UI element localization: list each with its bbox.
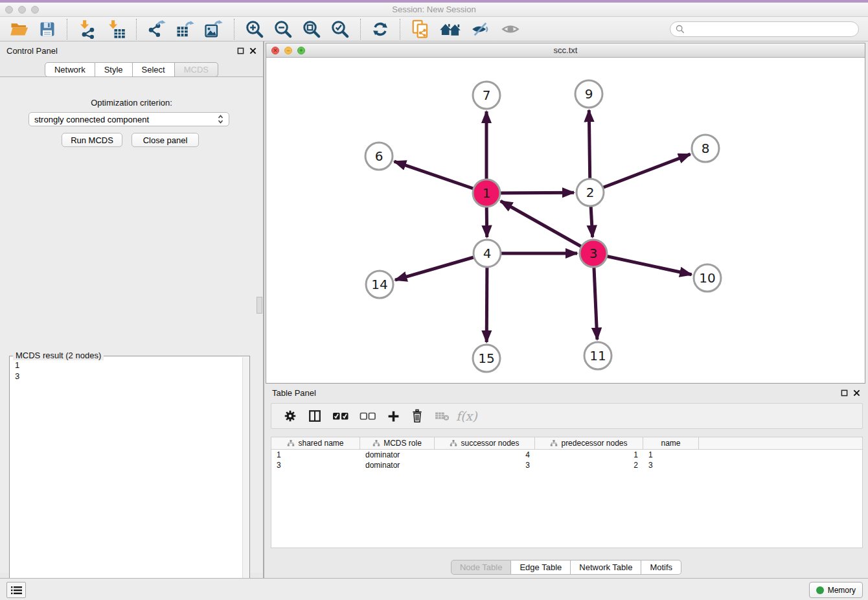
cell-name[interactable]: 3 bbox=[643, 460, 699, 470]
export-image-button[interactable] bbox=[203, 18, 225, 40]
clone-network-button[interactable] bbox=[409, 18, 431, 40]
float-panel-icon[interactable] bbox=[237, 47, 244, 54]
show-hidden-button[interactable] bbox=[499, 19, 522, 40]
close-panel-icon[interactable] bbox=[249, 47, 257, 54]
close-panel-button[interactable]: Close panel bbox=[131, 133, 199, 147]
cell-successor-nodes[interactable]: 3 bbox=[435, 460, 535, 470]
graph-node-14[interactable]: 14 bbox=[366, 271, 393, 298]
graph-node-1[interactable]: 1 bbox=[473, 179, 500, 207]
tab-motifs[interactable]: Motifs bbox=[641, 560, 681, 575]
delete-column-button[interactable] bbox=[411, 409, 424, 423]
graph-node-8[interactable]: 8 bbox=[692, 135, 719, 162]
open-session-button[interactable] bbox=[8, 18, 30, 40]
svg-text:6: 6 bbox=[375, 148, 383, 164]
graph-edge-3-10[interactable] bbox=[593, 253, 692, 275]
function-builder-button[interactable]: f(x) bbox=[456, 409, 477, 423]
zoom-selected-button[interactable] bbox=[329, 18, 351, 40]
export-table-button[interactable] bbox=[174, 18, 196, 40]
tab-node-table[interactable]: Node Table bbox=[451, 560, 512, 575]
svg-text:10: 10 bbox=[699, 270, 715, 286]
zoom-out-button[interactable] bbox=[272, 18, 294, 40]
table-row[interactable]: 1 dominator 4 1 1 bbox=[271, 450, 862, 460]
graph-edge-1-6[interactable] bbox=[394, 161, 486, 193]
graph-node-6[interactable]: 6 bbox=[365, 143, 393, 170]
network-graph[interactable]: 1234678910111415 bbox=[266, 58, 865, 383]
cell-predecessor-nodes[interactable]: 2 bbox=[535, 460, 643, 470]
memory-label: Memory bbox=[828, 586, 856, 595]
close-panel-icon[interactable] bbox=[853, 389, 860, 397]
plus-icon bbox=[387, 410, 400, 423]
graph-node-10[interactable]: 10 bbox=[694, 264, 721, 292]
control-panel: Control Panel Network Style Select MCDS … bbox=[0, 41, 263, 578]
import-network-button[interactable] bbox=[76, 18, 98, 40]
column-header-shared-name[interactable]: shared name bbox=[271, 437, 360, 449]
cell-mcds-role[interactable]: dominator bbox=[360, 460, 435, 470]
optimization-criterion-select[interactable]: strongly connected component bbox=[29, 112, 229, 126]
houses-button[interactable] bbox=[438, 18, 463, 40]
tab-network-table[interactable]: Network Table bbox=[571, 560, 641, 575]
column-header-name[interactable]: name bbox=[643, 437, 699, 449]
cell-shared-name[interactable]: 1 bbox=[271, 450, 360, 460]
column-header-mcds-role[interactable]: MCDS role bbox=[360, 437, 435, 449]
mcds-result-text[interactable]: 1 3 bbox=[15, 360, 19, 382]
export-network-button[interactable] bbox=[146, 18, 168, 40]
memory-button[interactable]: Memory bbox=[809, 582, 863, 598]
cell-shared-name[interactable]: 3 bbox=[271, 460, 360, 470]
graph-node-15[interactable]: 15 bbox=[473, 345, 500, 372]
column-header-successor-nodes[interactable]: successor nodes bbox=[435, 437, 535, 449]
run-mcds-button[interactable]: Run MCDS bbox=[62, 133, 122, 147]
network-window-titlebar[interactable]: ✕ − + scc.txt bbox=[266, 43, 865, 58]
graph-node-3[interactable]: 3 bbox=[580, 240, 607, 267]
column-type-icon bbox=[450, 439, 457, 447]
cell-predecessor-nodes[interactable]: 1 bbox=[535, 450, 643, 460]
hide-show-button[interactable] bbox=[469, 19, 492, 40]
network-view-window: ✕ − + scc.txt 1234678910111415 bbox=[266, 43, 865, 384]
zoom-fit-button[interactable] bbox=[301, 18, 323, 40]
refresh-button[interactable] bbox=[370, 19, 391, 40]
graph-node-4[interactable]: 4 bbox=[474, 240, 501, 267]
search-input[interactable] bbox=[689, 24, 853, 34]
delete-table-button[interactable] bbox=[434, 410, 451, 422]
tab-edge-table[interactable]: Edge Table bbox=[511, 560, 571, 575]
graph-node-11[interactable]: 11 bbox=[584, 342, 611, 369]
export-network-icon bbox=[147, 19, 166, 39]
cell-mcds-role[interactable]: dominator bbox=[360, 450, 435, 460]
graph-edge-3-1[interactable] bbox=[501, 201, 593, 253]
cell-successor-nodes[interactable]: 4 bbox=[435, 450, 535, 460]
import-table-button[interactable] bbox=[105, 18, 127, 40]
tab-select[interactable]: Select bbox=[133, 62, 175, 77]
column-label: successor nodes bbox=[461, 439, 519, 448]
control-panel-tabs: Network Style Select MCDS bbox=[0, 62, 263, 77]
table-settings-button[interactable] bbox=[283, 409, 297, 423]
result-scrollbar[interactable] bbox=[242, 357, 249, 600]
toolbar-separator bbox=[234, 19, 234, 40]
graph-node-2[interactable]: 2 bbox=[577, 179, 604, 206]
save-session-button[interactable] bbox=[37, 19, 58, 40]
graph-node-7[interactable]: 7 bbox=[473, 82, 500, 109]
table-row[interactable]: 3 dominator 3 2 3 bbox=[271, 460, 862, 470]
zoom-in-button[interactable] bbox=[244, 18, 266, 40]
search-box[interactable] bbox=[670, 21, 859, 37]
unselect-all-columns-button[interactable] bbox=[360, 410, 376, 422]
tab-style[interactable]: Style bbox=[95, 62, 133, 77]
graph-edge-2-8[interactable] bbox=[590, 154, 691, 192]
float-panel-icon[interactable] bbox=[841, 389, 848, 397]
import-table-icon bbox=[106, 19, 126, 39]
tab-network[interactable]: Network bbox=[45, 62, 95, 77]
show-columns-button[interactable] bbox=[308, 409, 322, 423]
toolbar-separator bbox=[360, 19, 361, 40]
table-toolbar: f(x) bbox=[271, 403, 863, 429]
select-all-columns-button[interactable] bbox=[332, 410, 349, 422]
graph-node-9[interactable]: 9 bbox=[575, 80, 602, 108]
column-header-predecessor-nodes[interactable]: predecessor nodes bbox=[535, 437, 643, 449]
toolbar-separator bbox=[400, 19, 400, 40]
tab-mcds[interactable]: MCDS bbox=[175, 62, 218, 77]
column-label: shared name bbox=[298, 439, 343, 448]
vertical-splitter-grip[interactable] bbox=[257, 297, 262, 314]
zoom-in-icon bbox=[245, 19, 264, 39]
create-column-button[interactable] bbox=[387, 410, 400, 423]
task-history-button[interactable] bbox=[6, 582, 26, 598]
eye-icon bbox=[500, 20, 521, 38]
cell-name[interactable]: 1 bbox=[643, 450, 699, 460]
svg-text:3: 3 bbox=[589, 246, 598, 261]
